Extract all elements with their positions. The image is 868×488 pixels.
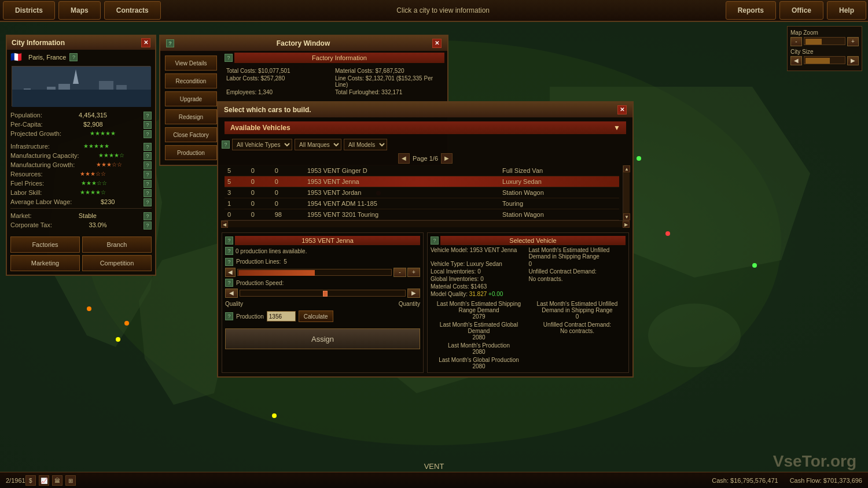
table-row[interactable]: 3 0 0 1953 VENT Jordan Station Wagon [225, 187, 619, 198]
speed-handle[interactable] [323, 291, 328, 297]
scroll-up[interactable]: ▲ [623, 165, 630, 172]
city-info-panel: City Information ✕ 🇫🇷 Paris, France ? Po… [6, 35, 156, 276]
sv-local-inv: Local Inventories: 0 [431, 268, 528, 275]
office-button[interactable]: Office [779, 1, 823, 20]
sv-uc-label-2: Unfilled Contract Demand: [529, 321, 626, 328]
map-dot-6 [752, 263, 757, 268]
market-help[interactable]: ? [144, 212, 152, 220]
city-size-label: City Size [790, 49, 859, 55]
prod-lines-help[interactable]: ? [225, 258, 233, 266]
sv-global-value: 0 [480, 276, 484, 282]
cashflow-display: Cash Flow: $701,373,696 [790, 477, 862, 484]
filter-help[interactable]: ? [222, 141, 230, 149]
contracts-button[interactable]: Contracts [104, 1, 161, 20]
prod-help-2[interactable]: ? [225, 247, 233, 255]
sv-help[interactable]: ? [431, 236, 439, 245]
city-help-icon[interactable]: ? [69, 53, 78, 61]
table-hscrollbar[interactable]: ◀ ▶ [221, 220, 630, 227]
factory-help[interactable]: ? [166, 39, 174, 47]
city-info-close-button[interactable]: ✕ [141, 38, 150, 47]
speed-left[interactable]: ◀ [225, 289, 238, 298]
material-costs-value: $7,687,520 [375, 68, 404, 74]
money-icon[interactable]: $ [25, 475, 36, 486]
models-filter[interactable]: All Models [344, 139, 387, 150]
help-button[interactable]: Help [827, 1, 866, 20]
prod-lines-dec[interactable]: ◀ [225, 268, 236, 277]
scroll-right[interactable]: ▶ [623, 221, 630, 228]
marketing-button[interactable]: Marketing [10, 255, 80, 271]
factories-button[interactable]: Factories [10, 236, 80, 253]
sv-global-prod-label: Last Month's Global Production [431, 357, 527, 363]
close-factory-button[interactable]: Close Factory [165, 127, 217, 142]
pc-help[interactable]: ? [144, 121, 152, 129]
assign-button[interactable]: Assign [225, 328, 420, 349]
factory-info-help[interactable]: ? [225, 54, 233, 62]
production-input[interactable] [267, 311, 296, 321]
reports-button[interactable]: Reports [726, 1, 776, 20]
zoom-plus-button[interactable]: + [847, 37, 859, 46]
view-details-button[interactable]: View Details [165, 56, 217, 71]
cash-display: Cash: $16,795,576,471 [712, 477, 778, 484]
growth-help[interactable]: ? [144, 130, 152, 138]
prod-input-help[interactable]: ? [225, 312, 233, 320]
redesign-button[interactable]: Redesign [165, 109, 217, 124]
pop-help[interactable]: ? [144, 112, 152, 120]
vehicle-types-filter[interactable]: All Vehicle Types [232, 139, 292, 150]
corp-tax-help[interactable]: ? [144, 221, 152, 230]
infra-help[interactable]: ? [144, 143, 152, 151]
calculate-button[interactable]: Calculate [299, 310, 333, 322]
marques-filter[interactable]: All Marques [295, 139, 341, 150]
chart-icon[interactable]: 📈 [39, 475, 49, 486]
fuel-help[interactable]: ? [144, 180, 152, 188]
table-row[interactable]: 1 0 0 1954 VENT ADM 11-185 Touring [225, 198, 619, 209]
production-button[interactable]: Production [165, 145, 217, 160]
scroll-down[interactable]: ▼ [623, 213, 630, 220]
next-page-button[interactable]: ▶ [441, 153, 453, 164]
map-dot-4 [87, 306, 91, 311]
factory-nav-buttons: View Details Recondition Upgrade Redesig… [160, 51, 222, 165]
mfg-cap-help[interactable]: ? [144, 152, 152, 160]
scroll-left[interactable]: ◀ [221, 221, 228, 228]
collapse-icon[interactable]: ▼ [613, 124, 620, 132]
production-settings-panel: ? 1953 VENT Jenna ? 0 production lines a… [222, 232, 424, 373]
total-furloughed-value: 332,171 [381, 89, 402, 95]
zoom-bar [804, 37, 845, 45]
prod-lines-sub[interactable]: - [393, 268, 406, 277]
table-row[interactable]: 5 0 0 1953 VENT Ginger D Full Sized Van [225, 165, 619, 176]
select-vehicles-close-button[interactable]: ✕ [617, 105, 627, 114]
city-size-increase-button[interactable]: ▶ [847, 56, 859, 65]
upgrade-button[interactable]: Upgrade [165, 91, 217, 106]
sv-type-value: Luxury Sedan [466, 261, 502, 267]
vehicle-name: 1953 VENT Ginger D [304, 165, 499, 176]
sv-last-prod: Last Month's Production 2080 [431, 342, 527, 355]
factory-close-button[interactable]: ✕ [432, 39, 442, 48]
resources-help[interactable]: ? [144, 171, 152, 179]
prev-page-button[interactable]: ◀ [398, 153, 410, 164]
city-size-decrease-button[interactable]: ◀ [790, 56, 802, 65]
building-icon[interactable]: 🏛 [52, 475, 62, 486]
table-scrollbar[interactable]: ▲ ▼ [623, 165, 630, 220]
prod-help-1[interactable]: ? [225, 236, 233, 245]
grid-icon[interactable]: ⊞ [65, 475, 76, 486]
labor-skill-help[interactable]: ? [144, 189, 152, 197]
avg-wage-value: $230 [101, 198, 115, 206]
speed-track[interactable] [240, 290, 406, 297]
recondition-button[interactable]: Recondition [165, 73, 217, 88]
material-costs-label: Material Costs: [335, 68, 374, 74]
competition-button[interactable]: Competition [82, 255, 152, 271]
prod-lines-add[interactable]: + [407, 268, 420, 277]
prod-speed-help[interactable]: ? [225, 279, 233, 287]
branch-button[interactable]: Branch [82, 236, 152, 253]
total-furloughed-label: Total Furloughed: [335, 89, 380, 95]
wage-help[interactable]: ? [144, 198, 152, 206]
mfg-cap-label: Manufacturing Capacity: [10, 152, 79, 160]
speed-right[interactable]: ▶ [407, 289, 420, 298]
maps-button[interactable]: Maps [58, 1, 101, 20]
mfg-growth-help[interactable]: ? [144, 161, 152, 169]
map-dot-5 [637, 156, 641, 161]
sv-uc-value: No contracts. [529, 276, 626, 282]
table-row[interactable]: 0 0 98 1955 VENT 3201 Touring Station Wa… [225, 209, 619, 220]
zoom-minus-button[interactable]: - [790, 37, 802, 46]
districts-button[interactable]: Districts [3, 1, 55, 20]
table-row[interactable]: 5 0 0 1953 VENT Jenna Luxury Sedan [225, 176, 619, 187]
